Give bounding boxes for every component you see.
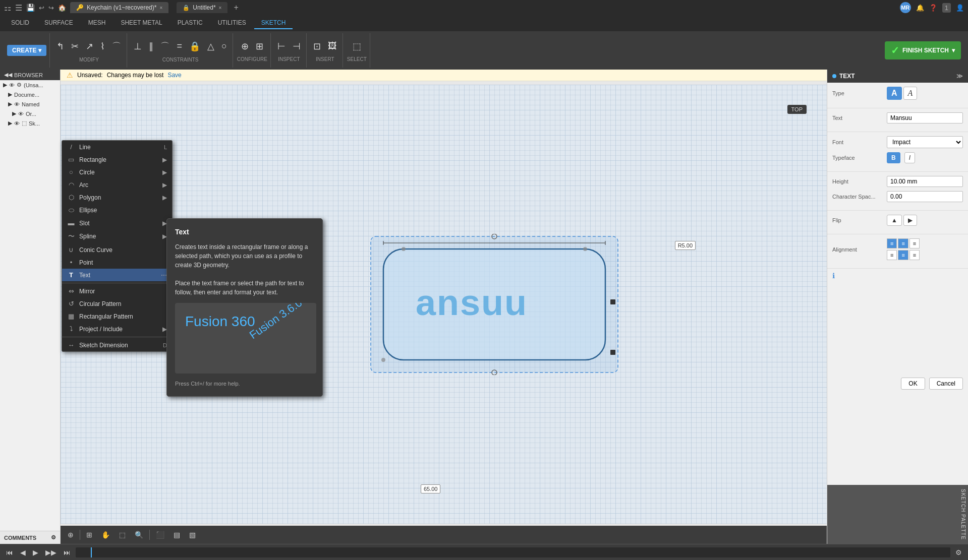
- align-bottom-btn[interactable]: ≡: [909, 250, 920, 260]
- bold-btn[interactable]: B: [887, 152, 900, 163]
- menu-item-sketch-dimension[interactable]: ↔ Sketch Dimension D: [62, 339, 172, 351]
- constraint-2-btn[interactable]: ∥: [146, 39, 156, 53]
- app-grid-icon[interactable]: ⚏: [4, 3, 11, 13]
- comments-settings-icon[interactable]: ⚙: [51, 534, 56, 541]
- tab-solid[interactable]: SOLID: [4, 17, 36, 29]
- constraint-circle-btn[interactable]: ○: [219, 39, 230, 53]
- type-btn-2[interactable]: A: [903, 87, 918, 100]
- tab-sheet-metal[interactable]: SHEET METAL: [113, 17, 169, 29]
- bt-zoom-fit-icon[interactable]: ⬚: [116, 530, 129, 540]
- help-icon[interactable]: ❓: [929, 4, 937, 12]
- italic-btn[interactable]: I: [904, 152, 915, 163]
- save-icon[interactable]: 💾: [26, 4, 35, 12]
- bt-view-icon[interactable]: ⬛: [153, 530, 167, 540]
- align-middle-btn[interactable]: ≡: [898, 250, 908, 260]
- unsaved-toggle[interactable]: ▶: [3, 82, 7, 88]
- user-icon[interactable]: 👤: [956, 4, 964, 12]
- configure-1-btn[interactable]: ⊕: [239, 39, 251, 53]
- origin-toggle[interactable]: ▶: [12, 110, 16, 117]
- tab-untitled[interactable]: 🔒 Untitled* ×: [177, 2, 227, 13]
- named-toggle[interactable]: ▶: [8, 101, 12, 107]
- menu-item-circle[interactable]: ○ Circle ▶: [62, 166, 172, 178]
- menu-item-project-include[interactable]: ⤵ Project / Include ▶: [62, 323, 172, 335]
- menu-item-ellipse[interactable]: ⬭ Ellipse: [62, 204, 172, 217]
- menu-item-circular-pattern[interactable]: ↺ Circular Pattern: [62, 297, 172, 310]
- align-center-btn[interactable]: ≡: [898, 238, 908, 248]
- rp-expand-icon[interactable]: ≫: [956, 73, 963, 80]
- redo-icon[interactable]: ↪: [48, 4, 54, 12]
- font-select[interactable]: Impact Arial Times New Roman: [887, 136, 963, 148]
- modify-break-btn[interactable]: ⌇: [98, 39, 107, 53]
- inspect-1-btn[interactable]: ⊢: [275, 39, 288, 53]
- timeline-area[interactable]: [76, 547, 950, 557]
- bt-pan-icon[interactable]: ✋: [98, 530, 113, 540]
- menu-item-arc[interactable]: ◠ Arc ▶: [62, 178, 172, 191]
- play-prev-btn[interactable]: ◀: [18, 547, 28, 557]
- menu-item-rectangle[interactable]: ▭ Rectangle ▶: [62, 153, 172, 166]
- menu-item-polygon[interactable]: ⬡ Polygon ▶: [62, 191, 172, 204]
- cancel-button[interactable]: Cancel: [929, 378, 963, 390]
- tab-mesh[interactable]: MESH: [81, 17, 113, 29]
- bt-more-icon[interactable]: ▧: [186, 530, 199, 540]
- constraint-1-btn[interactable]: ⊥: [131, 39, 144, 53]
- menu-item-rectangular-pattern[interactable]: ▦ Rectangular Pattern: [62, 310, 172, 323]
- insert-1-btn[interactable]: ⊡: [311, 39, 323, 53]
- char-space-input[interactable]: [887, 191, 963, 202]
- constraint-3-btn[interactable]: ⌒: [158, 39, 172, 54]
- profile-icon[interactable]: MR: [900, 2, 911, 13]
- keychain-tab-close[interactable]: ×: [159, 5, 162, 11]
- finish-sketch-btn[interactable]: ✓ FINISH SKETCH ▾: [885, 41, 961, 59]
- flip-right-btn[interactable]: ▶: [903, 215, 917, 226]
- undo-icon[interactable]: ↩: [39, 4, 44, 12]
- browser-item-sketch[interactable]: ▶ 👁 ⬚ Sk...: [0, 118, 60, 128]
- type-btn-1[interactable]: A: [887, 87, 902, 100]
- save-link[interactable]: Save: [167, 72, 181, 79]
- tab-plastic[interactable]: PLASTIC: [170, 17, 210, 29]
- browser-item-origin[interactable]: ▶ 👁 Or...: [0, 109, 60, 118]
- play-first-btn[interactable]: ⏮: [4, 547, 15, 557]
- bt-home-icon[interactable]: ⊕: [65, 530, 77, 540]
- constraint-lock-btn[interactable]: 🔒: [187, 39, 203, 53]
- align-left-btn[interactable]: ≡: [887, 238, 897, 248]
- bt-grid-icon[interactable]: ⊞: [83, 530, 95, 540]
- constraint-triangle-btn[interactable]: △: [205, 39, 217, 53]
- tab-surface[interactable]: SURFACE: [37, 17, 80, 29]
- align-top-btn[interactable]: ≡: [887, 250, 897, 260]
- document-toggle[interactable]: ▶: [8, 91, 12, 98]
- modify-fillet-btn[interactable]: ⌒: [109, 39, 124, 54]
- menu-item-conic-curve[interactable]: ∪ Conic Curve: [62, 243, 172, 256]
- bt-display-icon[interactable]: ▤: [170, 530, 183, 540]
- menu-item-point[interactable]: • Point: [62, 256, 172, 269]
- insert-2-btn[interactable]: 🖼: [325, 39, 339, 53]
- constraint-4-btn[interactable]: =: [174, 39, 185, 53]
- text-input[interactable]: [887, 112, 963, 123]
- inspect-2-btn[interactable]: ⊣: [290, 39, 303, 53]
- play-last-btn[interactable]: ⏭: [62, 547, 73, 557]
- select-btn[interactable]: ⬚: [350, 39, 364, 53]
- tab-utilities[interactable]: UTILITIES: [211, 17, 253, 29]
- configure-2-btn[interactable]: ⊞: [253, 39, 266, 53]
- modify-offset-btn[interactable]: ↰: [54, 39, 67, 53]
- new-tab-btn[interactable]: +: [234, 3, 238, 12]
- notification-icon[interactable]: 🔔: [916, 4, 924, 12]
- settings-icon[interactable]: ⚙: [953, 547, 964, 557]
- bt-zoom-in-icon[interactable]: 🔍: [132, 530, 146, 540]
- menu-item-mirror[interactable]: ⇔ Mirror: [62, 285, 172, 297]
- menu-item-text[interactable]: T Text ⋯: [62, 269, 172, 281]
- browser-item-named[interactable]: ▶ 👁 Named: [0, 99, 60, 109]
- tab-sketch[interactable]: SKETCH: [254, 17, 293, 29]
- play-btn[interactable]: ▶: [31, 547, 40, 557]
- menu-item-slot[interactable]: ▬ Slot ▶: [62, 217, 172, 229]
- flip-up-btn[interactable]: ▲: [887, 215, 902, 226]
- tab-keychain[interactable]: 🔑 Keychain (v1~recovered)* ×: [70, 2, 168, 13]
- untitled-tab-close[interactable]: ×: [219, 5, 222, 11]
- ok-button[interactable]: OK: [901, 378, 925, 390]
- play-next-btn[interactable]: ▶▶: [43, 547, 59, 557]
- modify-extend-btn[interactable]: ↗: [83, 39, 96, 53]
- modify-trim-btn[interactable]: ✂: [69, 39, 81, 53]
- menu-item-line[interactable]: / Line L: [62, 141, 172, 153]
- browser-collapse-icon[interactable]: ◀◀: [4, 72, 12, 78]
- sketch-toggle[interactable]: ▶: [8, 120, 12, 127]
- align-right-btn[interactable]: ≡: [909, 238, 920, 248]
- browser-item-unsaved[interactable]: ▶ 👁 ⚙ (Unsa...: [0, 80, 60, 90]
